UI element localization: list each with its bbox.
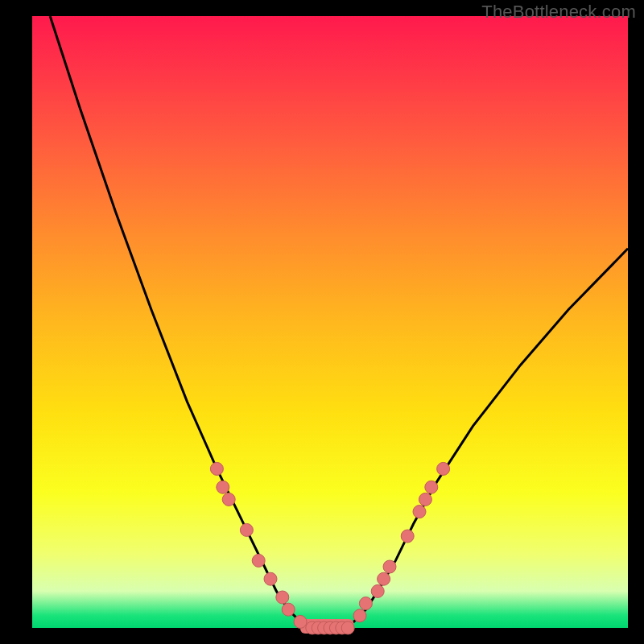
curve-marker [425,481,438,493]
curve-marker [217,481,229,493]
curve-marker [276,591,289,604]
curve-marker [437,462,450,475]
curve-marker [294,615,307,628]
plot-area [32,16,628,628]
curve-marker [401,530,414,543]
curve-marker [252,554,265,567]
curve-marker [359,597,372,610]
bottleneck-curve [50,16,628,628]
curve-marker [383,560,396,573]
curve-marker [240,523,253,536]
curve-marker [413,506,426,518]
curve-marker [264,572,277,585]
chart-frame: TheBottleneck.com [0,0,644,644]
curve-marker [353,609,366,622]
curve-marker [282,603,295,616]
curve-marker [378,572,390,585]
curve-marker [341,621,354,634]
chart-svg [32,16,628,628]
watermark-text: TheBottleneck.com [481,2,636,23]
curve-marker [222,493,235,506]
curve-marker [210,462,223,475]
curve-path [50,16,628,628]
curve-marker [419,493,431,506]
curve-marker [371,584,384,597]
curve-markers [210,462,449,634]
